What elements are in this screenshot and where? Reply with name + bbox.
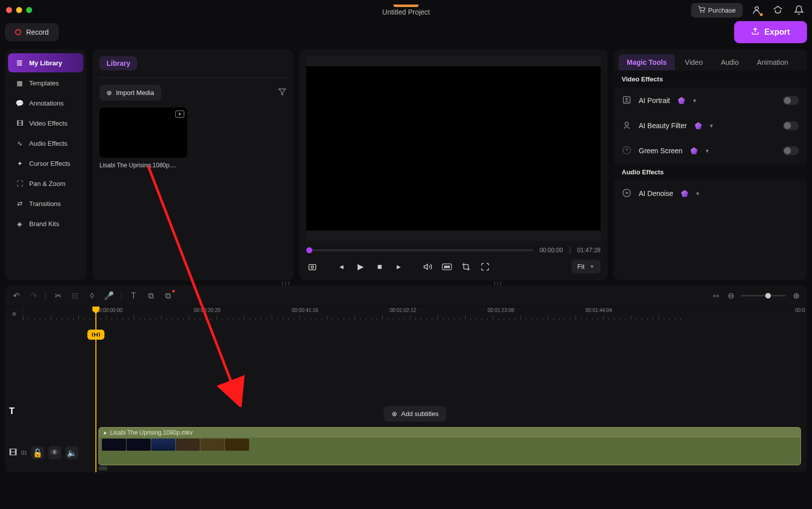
notifications-icon[interactable] [792,3,806,17]
chevron-down-icon[interactable]: ▼ [692,98,697,104]
add-subtitles-button[interactable]: ⊕ Add subtitles [384,406,446,422]
tab-audio[interactable]: Audio [713,54,747,70]
sidebar-item-audio-effects[interactable]: ∿Audio Effects [8,134,83,153]
import-media-button[interactable]: ⊕ Import Media [99,85,161,100]
redo-button[interactable]: ↷ [28,291,38,301]
svg-point-12 [625,122,629,126]
track-visibility-button[interactable]: 👁 [48,446,61,459]
ruler-label: 00:0 [795,308,805,313]
zoom-slider[interactable] [741,295,786,296]
svg-point-13 [623,147,631,154]
svg-point-0 [701,12,701,12]
ruler-label: 00:01:02:12 [390,308,416,313]
chevron-down-icon[interactable]: ▼ [695,191,700,196]
toggle-green-screen[interactable] [783,146,799,155]
svg-point-15 [623,189,631,197]
splitter-handle[interactable] [282,281,289,285]
voiceover-button[interactable]: 🎤 [104,291,114,301]
fit-dropdown[interactable]: Fit ▼ [571,260,601,273]
split-button[interactable]: ✂ [53,291,63,301]
chevron-down-icon[interactable]: ▼ [709,123,714,129]
effect-ai-portrait: AI Portrait ▼ [614,88,807,113]
project-title: Untitled Project [382,8,430,16]
ruler-label: 00:00:20:20 [194,308,220,313]
maximize-window[interactable] [26,7,32,13]
time-separator: | [569,246,571,255]
preview-viewport[interactable] [306,56,601,241]
group-button[interactable]: ⧉ [146,291,156,301]
sidebar-item-templates[interactable]: ▦Templates [8,73,83,92]
media-thumbnail[interactable] [99,108,187,158]
stop-button[interactable]: ■ [374,261,386,273]
effect-ai-denoise: AI Denoise ▼ [614,181,807,206]
minimize-window[interactable] [16,7,22,13]
text-button[interactable]: T [129,291,139,301]
clip-name: Lisabi The Uprising.1080p.mkv [110,429,193,436]
svg-point-11 [626,98,627,100]
chevron-down-icon[interactable]: ▼ [705,148,710,154]
tab-animation[interactable]: Animation [749,54,796,70]
add-track-button[interactable]: ⊕ [5,307,23,321]
play-button[interactable]: ▶ [355,261,367,273]
playhead-handle[interactable] [87,330,104,340]
tab-magic-tools[interactable]: Magic Tools [619,54,675,70]
toggle-ai-portrait[interactable] [783,96,799,105]
export-button[interactable]: Export [734,21,807,43]
timeline-toolbar: ↶ ↷ ✂ ⊟ ◊ 🎤 T ⧉ ⧉ ⇿ ⊖ ⊕ [5,285,807,307]
record-button[interactable]: Record [5,23,59,41]
toggle-ai-beauty[interactable] [783,121,799,130]
svg-point-2 [755,7,759,10]
purchase-label: Purchase [708,7,736,14]
media-item[interactable]: Lisabi The Uprising.1080p.... [99,108,187,169]
help-icon[interactable] [771,3,785,17]
svg-point-14 [626,149,627,150]
sidebar-item-transitions[interactable]: ⇄Transitions [8,194,83,213]
filter-icon[interactable] [278,88,286,98]
tab-library[interactable]: Library [99,56,137,70]
sidebar-item-brand-kits[interactable]: ◈Brand Kits [8,214,83,233]
sidebar-item-my-library[interactable]: ☰My Library [8,53,83,72]
close-window[interactable] [6,7,12,13]
effect-ai-beauty: AI Beauty Filter ▼ [614,113,807,138]
undo-button[interactable]: ↶ [11,291,21,301]
import-label: Import Media [116,89,154,96]
purchase-button[interactable]: Purchase [691,3,743,18]
volume-button[interactable] [422,261,434,273]
account-icon[interactable] [750,3,764,17]
sidebar-item-video-effects[interactable]: 🎞Video Effects [8,114,83,133]
splitter-handle[interactable] [494,281,501,285]
zoom-out-button[interactable]: ⊖ [726,291,736,301]
track-lock-button[interactable]: 🔓 [31,446,44,459]
titlebar: Untitled Project Purchase [0,0,812,20]
premium-icon [690,147,698,154]
record-icon [15,29,21,35]
timeline-clip[interactable]: ▸ Lisabi The Uprising.1080p.mkv [98,427,801,465]
playhead[interactable] [95,307,96,472]
library-panel: Library ⊕ Import Media Lisabi The Uprisi… [92,49,293,280]
sidebar-item-pan-zoom[interactable]: ⛶Pan & Zoom [8,174,83,193]
next-frame-button[interactable]: ▸ [393,261,405,273]
timeline-ruler[interactable]: ⊕ 00:00:00:00 00:00:20:20 00:00:41:16 00… [5,307,807,321]
track-mute-button[interactable]: 🔈 [65,446,78,459]
marker-button[interactable]: ◊ [87,291,97,301]
upload-icon [751,27,759,37]
svg-marker-7 [424,264,428,269]
prev-frame-button[interactable]: ◂ [335,261,347,273]
aspect-button[interactable]: 16:9 [441,261,453,273]
sidebar-label: Templates [29,79,59,87]
timeline-scrollbar[interactable] [98,466,107,470]
sidebar-item-cursor-effects[interactable]: ✦Cursor Effects [8,154,83,173]
preview-progress[interactable] [306,249,533,251]
sidebar-item-annotations[interactable]: 💬Annotations [8,93,83,113]
record-tool-button[interactable]: ⧉ [163,291,173,301]
cut-button[interactable]: ⊟ [70,291,80,301]
snapshot-button[interactable] [306,261,318,273]
ruler-label: 00:01:44:04 [586,308,612,313]
zoom-fit-button[interactable]: ⇿ [711,291,721,301]
svg-point-6 [311,266,314,268]
track-type-icon: 🎞 [9,448,17,457]
crop-button[interactable] [460,261,472,273]
zoom-in-button[interactable]: ⊕ [791,291,801,301]
tab-video[interactable]: Video [677,54,711,70]
fullscreen-button[interactable] [479,261,491,273]
